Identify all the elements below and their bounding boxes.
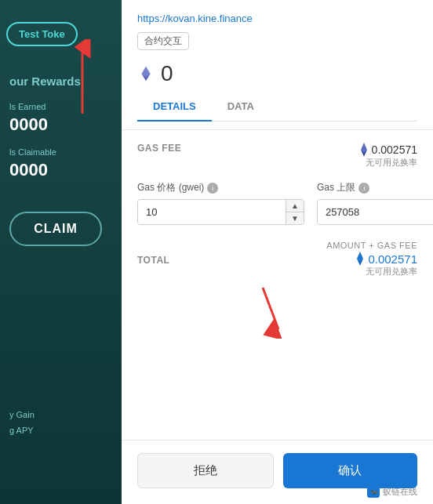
apy-label: g APY: [9, 426, 35, 435]
gas-price-decrement[interactable]: ▼: [286, 212, 304, 224]
svg-line-11: [263, 288, 278, 329]
gas-limit-col: Gas 上限 i ▲ ▼: [317, 181, 433, 225]
bottom-labels: y Gain g APY: [9, 410, 35, 441]
tab-details[interactable]: DETAILS: [137, 92, 212, 121]
test-token-button[interactable]: Test Toke: [6, 22, 78, 46]
gas-limit-label: Gas 上限: [317, 181, 355, 194]
gas-fee-row: GAS FEE 0.002571 无可用兑换率: [137, 143, 417, 169]
arrow-down-icon: [231, 284, 294, 339]
total-row: TOTAL 0.002571 无可用兑换率: [137, 252, 417, 281]
gas-price-col: Gas 价格 (gwei) i ▲ ▼: [137, 181, 304, 225]
gas-price-input[interactable]: [138, 200, 286, 224]
gas-limit-label-row: Gas 上限 i: [317, 181, 433, 194]
gas-fee-no-exchange: 无可用兑换率: [359, 157, 417, 169]
confirm-button[interactable]: 确认: [283, 453, 418, 488]
total-value-col: 0.002571 无可用兑换率: [355, 252, 417, 281]
gas-fee-eth-row: 0.002571: [359, 143, 417, 157]
total-eth-icon: [355, 252, 365, 266]
claim-button[interactable]: CLAIM: [9, 212, 102, 246]
gas-fee-value: 0.002571: [372, 143, 417, 156]
gas-limit-input[interactable]: [318, 200, 433, 224]
claimable-label: ls Claimable: [9, 147, 81, 157]
claimable-value: 0000: [9, 160, 81, 180]
contract-tag: 合约交互: [137, 32, 189, 50]
total-eth-row: 0.002571: [355, 252, 417, 266]
svg-marker-4: [146, 67, 151, 77]
svg-text:🐜: 🐜: [370, 488, 378, 495]
reject-button[interactable]: 拒绝: [137, 453, 274, 488]
eth-zero-amount: 0: [161, 61, 173, 86]
modal-body: GAS FEE 0.002571 无可用兑换率 Gas 价格 (gwei) i: [122, 130, 433, 440]
watermark-text: 蚁链在线: [383, 486, 417, 498]
gas-price-increment[interactable]: ▲: [286, 200, 304, 212]
gas-price-stepper: ▲ ▼: [286, 200, 304, 224]
gas-price-label: Gas 价格 (gwei): [137, 181, 204, 194]
gas-price-input-wrapper: ▲ ▼: [137, 199, 304, 225]
gas-fee-eth-icon: [359, 143, 369, 157]
gain-label: y Gain: [9, 410, 35, 419]
modal-header: https://kovan.kine.finance 合约交互 0 DETAIL…: [122, 0, 433, 130]
earned-value: 0000: [9, 114, 81, 135]
watermark-icon: 🐜: [367, 485, 380, 498]
gas-price-label-row: Gas 价格 (gwei) i: [137, 181, 304, 194]
dapp-url[interactable]: https://kovan.kine.finance: [137, 13, 417, 24]
gas-limit-input-wrapper: ▲ ▼: [317, 199, 433, 225]
tabs-row: DETAILS DATA: [137, 92, 417, 121]
tab-data[interactable]: DATA: [212, 92, 270, 121]
total-no-exchange: 无可用兑换率: [355, 266, 417, 277]
gas-limit-info-icon[interactable]: i: [358, 183, 369, 194]
total-value: 0.002571: [368, 252, 417, 266]
rewards-section: our Rewards ls Earned 0000 ls Claimable …: [9, 74, 81, 193]
gas-fee-value-col: 0.002571 无可用兑换率: [359, 143, 417, 169]
total-label: TOTAL: [137, 252, 169, 266]
gas-inputs-row: Gas 价格 (gwei) i ▲ ▼ Gas 上限 i: [137, 181, 417, 225]
arrow-down-container: [137, 284, 417, 331]
watermark: 🐜 蚁链在线: [367, 485, 417, 498]
amount-gas-label: AMOUNT + GAS FEE: [137, 241, 417, 250]
metamask-modal: https://kovan.kine.finance 合约交互 0 DETAIL…: [122, 0, 433, 504]
eth-diamond-icon: [137, 65, 155, 82]
earned-label: ls Earned: [9, 102, 81, 111]
rewards-title: our Rewards: [9, 74, 81, 88]
left-panel: Test Toke our Rewards ls Earned 0000 ls …: [0, 0, 122, 504]
gas-price-info-icon[interactable]: i: [207, 183, 218, 194]
total-section: AMOUNT + GAS FEE TOTAL 0.002571 无可用兑换率: [137, 241, 417, 281]
eth-amount-row: 0: [137, 61, 417, 86]
gas-fee-label: GAS FEE: [137, 143, 181, 154]
